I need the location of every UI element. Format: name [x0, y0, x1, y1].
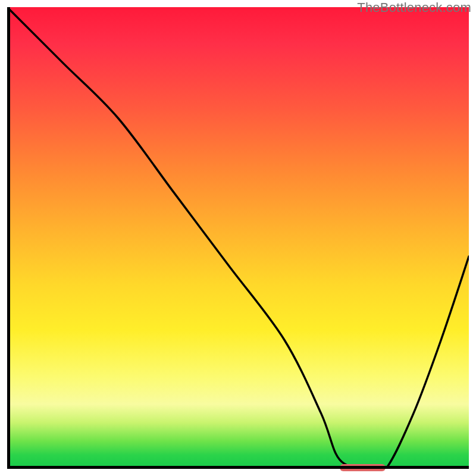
bottleneck-chart: TheBottleneck.com [0, 0, 476, 476]
plot-gradient-background [7, 7, 469, 469]
